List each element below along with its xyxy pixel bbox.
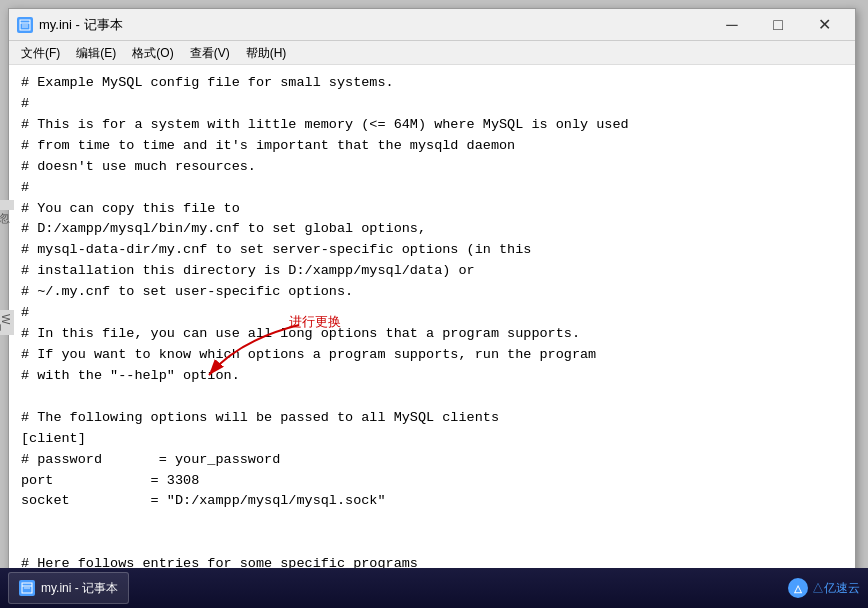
text-editor[interactable]: # Example MySQL config file for small sy… [9, 65, 855, 592]
title-bar: my.ini - 记事本 ─ □ ✕ [9, 9, 855, 41]
taskbar-right: △ △亿速云 [788, 578, 860, 598]
taskbar: my.ini - 记事本 △ △亿速云 [0, 568, 868, 608]
taskbar-notepad-app[interactable]: my.ini - 记事本 [8, 572, 129, 604]
yisu-logo: △ △亿速云 [788, 578, 860, 598]
menu-view[interactable]: 查看(V) [182, 41, 238, 65]
close-button[interactable]: ✕ [801, 9, 847, 41]
logo-icon: △ [788, 578, 808, 598]
app-icon [17, 17, 33, 33]
notepad-window: my.ini - 记事本 ─ □ ✕ 文件(F) 编辑(E) 格式(O) 查看(… [8, 8, 856, 593]
menu-format[interactable]: 格式(O) [124, 41, 181, 65]
menu-help[interactable]: 帮助(H) [238, 41, 295, 65]
maximize-button[interactable]: □ [755, 9, 801, 41]
taskbar-app-label: my.ini - 记事本 [41, 580, 118, 597]
menu-edit[interactable]: 编辑(E) [68, 41, 124, 65]
window-title: my.ini - 记事本 [39, 16, 709, 34]
window-controls: ─ □ ✕ [709, 9, 847, 41]
menu-bar: 文件(F) 编辑(E) 格式(O) 查看(V) 帮助(H) [9, 41, 855, 65]
taskbar-app-icon [19, 580, 35, 596]
content-area: # Example MySQL config file for small sy… [9, 65, 855, 592]
menu-file[interactable]: 文件(F) [13, 41, 68, 65]
minimize-button[interactable]: ─ [709, 9, 755, 41]
logo-text: △亿速云 [812, 580, 860, 597]
left-sidebar-chars: 忽 [0, 200, 14, 210]
left-sidebar-w: W_ [0, 310, 14, 335]
